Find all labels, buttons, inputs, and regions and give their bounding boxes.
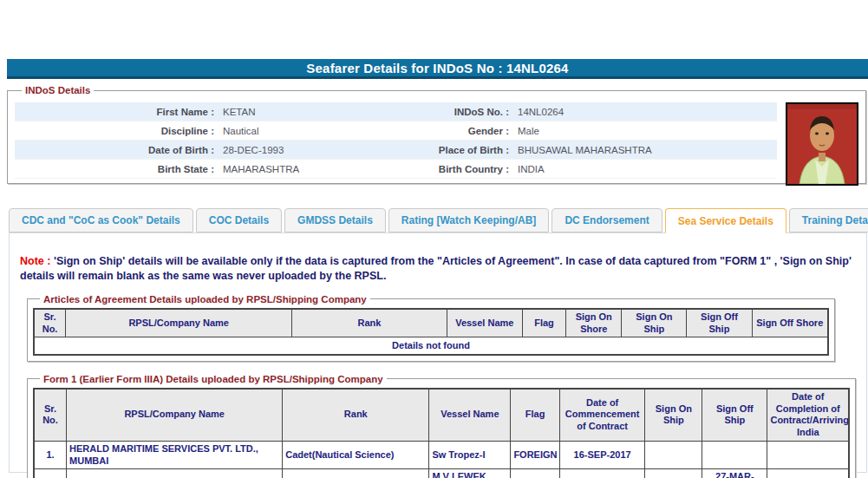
col-sign-on-ship: Sign On Ship	[622, 309, 687, 337]
indos-details-legend: INDoS Details	[22, 85, 94, 95]
note-text: 'Sign on Ship' details will be available…	[20, 255, 852, 282]
col-rpsl-company-name: RPSL/Company Name	[67, 389, 283, 442]
gender-value: Male	[516, 121, 777, 141]
cell-company: HERALD MARITIME SERVICES PVT. LTD., MUMB…	[67, 441, 283, 469]
title-bar: Seafarer Details for INDoS No : 14NL0264	[7, 59, 868, 79]
table-header-row: Sr. No. RPSL/Company Name Rank Vessel Na…	[34, 309, 828, 337]
tab-gmdss-details[interactable]: GMDSS Details	[284, 208, 386, 232]
date-of-birth-label: Date of Birth :	[15, 141, 221, 160]
tab-cdc-coc-as-cook-details[interactable]: CDC and "CoC as Cook" Details	[9, 208, 193, 232]
first-name-value: KETAN	[221, 102, 410, 121]
tab-training-details[interactable]: Training Details	[789, 208, 868, 232]
cell-completion-date: 27-MAR-2017	[767, 469, 849, 478]
col-sign-on-shore: Sign On Shore	[566, 309, 622, 337]
cell-flag: FOREIGN	[511, 441, 559, 469]
place-of-birth-label: Place of Birth :	[410, 141, 516, 160]
col-rank: Rank	[292, 309, 447, 337]
cell-sign-on-ship	[645, 469, 702, 478]
tab-rating-watch-keeping-ab[interactable]: Rating [Watch Keeping/AB]	[388, 208, 550, 232]
discipline-value: Nautical	[221, 121, 410, 141]
date-of-birth-value: 28-DEC-1993	[221, 141, 410, 160]
col-sign-off-ship: Sign Off Ship	[702, 389, 767, 442]
aoa-empty-message: Details not found	[34, 337, 828, 355]
indos-no-value: 14NL0264	[516, 102, 777, 121]
col-rpsl-company-name: RPSL/Company Name	[66, 309, 292, 337]
place-of-birth-value: BHUSAWAL MAHARASHTRA	[516, 141, 777, 160]
birth-state-value: MAHARASHTRA	[221, 160, 410, 179]
col-vessel-name: Vessel Name	[447, 309, 522, 337]
form1-table: Sr. No. RPSL/Company Name Rank Vessel Na…	[33, 388, 850, 478]
discipline-label: Discipline :	[15, 121, 221, 141]
articles-of-agreement-section: Articles of Agreement Details uploaded b…	[27, 294, 835, 362]
table-row: Details not found	[34, 337, 828, 355]
col-sign-off-ship: Sign Off Ship	[687, 309, 752, 337]
note: Note : 'Sign on Ship' details will be av…	[20, 254, 856, 284]
col-sign-on-ship: Sign On Ship	[645, 389, 702, 442]
cell-commencement-date: 16-SEP-2017	[559, 441, 645, 469]
page: Seafarer Details for INDoS No : 14NL0264…	[0, 0, 868, 478]
table-row: 1. HERALD MARITIME SERVICES PVT. LTD., M…	[34, 441, 849, 469]
articles-of-agreement-table: Sr. No. RPSL/Company Name Rank Vessel Na…	[33, 308, 829, 356]
tab-bar: CDC and "CoC as Cook" Details COC Detail…	[9, 208, 868, 233]
indos-details-grid: First Name : KETAN INDoS No. : 14NL0264 …	[15, 102, 777, 179]
indos-details-section: INDoS Details First Name : KETAN INDoS N…	[7, 85, 866, 184]
cell-completion-date	[767, 441, 849, 469]
first-name-label: First Name :	[15, 102, 221, 121]
cell-sign-off-ship	[702, 441, 767, 469]
birth-country-label: Birth Country :	[410, 160, 516, 179]
col-date-of-commencement: Date of Commencement of Contract	[559, 389, 645, 442]
sea-service-panel: Note : 'Sign on Ship' details will be av…	[9, 232, 867, 473]
page-title: Seafarer Details for INDoS No : 14NL0264	[306, 61, 568, 75]
col-sr-no: Sr. No.	[34, 389, 67, 442]
table-row: 2. NAAVEX MARINE SERVICES, MUMBAI Cadet(…	[34, 469, 849, 478]
tab-sea-service-details[interactable]: Sea Service Details	[665, 208, 786, 233]
table-header-row: Sr. No. RPSL/Company Name Rank Vessel Na…	[34, 389, 849, 442]
col-flag: Flag	[511, 389, 559, 442]
cell-vessel: Sw Tropez-I	[429, 441, 511, 469]
col-date-of-completion: Date of Completion of Contract/Arriving …	[767, 389, 849, 442]
col-rank: Rank	[283, 389, 429, 442]
indos-no-label: INDoS No. :	[410, 102, 516, 121]
cell-sign-off-ship: 27-MAR-2017	[702, 469, 767, 478]
cell-rank: Cadet(Nautical Science)	[283, 469, 429, 478]
seafarer-photo	[786, 102, 858, 186]
col-vessel-name: Vessel Name	[429, 389, 511, 442]
gender-label: Gender :	[410, 121, 516, 141]
articles-of-agreement-legend: Articles of Agreement Details uploaded b…	[40, 294, 370, 304]
form1-legend: Form 1 (Earlier Form IIIA) Details uploa…	[40, 374, 387, 384]
tab-coc-details[interactable]: COC Details	[196, 208, 282, 232]
col-sign-off-shore: Sign Off Shore	[752, 309, 828, 337]
cell-commencement-date: 25-OCT-2016	[559, 469, 645, 478]
cell-sign-on-ship	[645, 441, 702, 469]
form1-section: Form 1 (Earlier Form IIIA) Details uploa…	[27, 374, 856, 478]
cell-rank: Cadet(Nautical Science)	[283, 441, 429, 469]
birth-state-label: Birth State :	[15, 160, 221, 179]
cell-sr-no: 1.	[34, 441, 67, 469]
note-label: Note :	[20, 255, 50, 267]
tab-dc-endorsement[interactable]: DC Endorsement	[551, 208, 662, 232]
birth-country-value: INDIA	[516, 160, 777, 179]
cell-flag: FOREIGN	[511, 469, 559, 478]
cell-vessel: M V LEWEK TROGON	[429, 469, 511, 478]
col-sr-no: Sr. No.	[34, 309, 66, 337]
cell-company: NAAVEX MARINE SERVICES, MUMBAI	[67, 469, 283, 478]
cell-sr-no: 2.	[34, 469, 67, 478]
col-flag: Flag	[522, 309, 565, 337]
